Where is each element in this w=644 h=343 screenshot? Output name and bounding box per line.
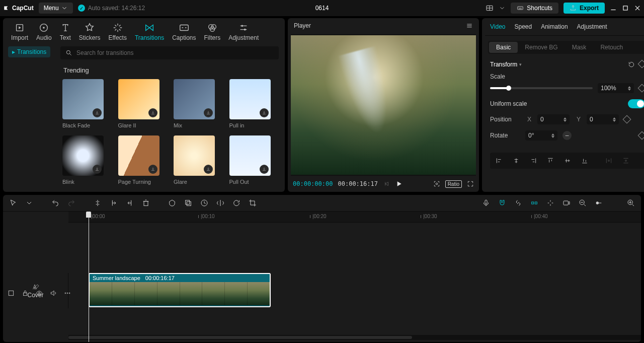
preview-icon[interactable] [545,198,555,208]
crop-focus-icon[interactable] [433,180,440,187]
align-top-icon[interactable] [543,155,557,167]
download-icon[interactable] [204,165,213,174]
record-icon[interactable] [561,198,572,208]
distribute-v-icon[interactable] [619,155,633,167]
align-vcenter-icon[interactable] [560,155,575,167]
align-right-icon[interactable] [526,155,540,167]
prev-frame-icon[interactable] [383,180,390,187]
pos-x-input[interactable]: 0 [537,114,570,124]
inspector-tab-video[interactable]: Video [490,23,505,30]
video-clip[interactable]: Summer landscape 00:00:16:17 [89,273,271,307]
zoom-out-icon[interactable] [578,198,588,208]
download-icon[interactable] [204,108,213,117]
tab-captions[interactable]: Captions [171,21,197,42]
player-menu-icon[interactable] [466,22,473,29]
uniform-scale-toggle[interactable] [628,99,644,108]
download-icon[interactable] [93,165,102,174]
pos-y-spinner[interactable] [613,117,616,122]
reset-icon[interactable] [628,61,635,68]
mute-icon[interactable] [48,288,58,298]
shortcuts-button[interactable]: Shortcuts [511,3,558,14]
align-bottom-icon[interactable] [578,155,592,167]
layout-icon[interactable] [486,4,494,12]
scale-slider[interactable] [490,87,593,89]
undo-icon[interactable] [50,198,60,208]
menu-button[interactable]: Menu [39,3,73,14]
pos-x-spinner[interactable] [564,117,567,122]
tab-filters[interactable]: Filters [203,21,222,42]
crop-icon[interactable] [248,198,258,208]
play-icon[interactable] [395,180,403,188]
window-close-button[interactable] [634,5,641,12]
inspector-tab-animation[interactable]: Animation [541,23,568,30]
mirror-icon[interactable] [215,198,225,208]
transition-card-blackfade[interactable]: Black Fade [62,79,104,128]
tab-adjustment[interactable]: Adjustment [227,21,260,42]
align-left-icon[interactable] [492,155,506,167]
fullscreen-icon[interactable] [467,180,474,187]
tab-transitions[interactable]: Transitions [134,21,165,42]
tab-audio[interactable]: Audio [35,21,53,42]
link-icon[interactable] [513,198,523,208]
pointer-tool-icon[interactable] [8,198,18,208]
tab-effects[interactable]: Effects [107,21,127,42]
eye-icon[interactable] [34,288,44,298]
keyframe-icon[interactable] [638,131,644,140]
player-viewport[interactable] [291,34,476,176]
transition-card-pageturn[interactable]: Page Turning [118,135,159,185]
tab-text[interactable]: Text [59,21,72,42]
transition-card-glare2[interactable]: Glare II [118,79,159,128]
transition-card-pullin[interactable]: Pull in [229,79,271,128]
pos-y-input[interactable]: 0 [587,114,619,124]
keyframe-icon[interactable] [638,60,644,68]
rotate-step-button[interactable]: – [562,131,572,140]
copy-icon[interactable] [183,198,193,208]
inspector-tab-adjustment[interactable]: Adjustment [577,23,607,30]
inspector-subtab-basic[interactable]: Basic [489,42,518,53]
transition-card-mix[interactable]: Mix [174,79,215,128]
delete-icon[interactable] [141,198,151,208]
scale-spinner[interactable] [628,86,631,91]
snap-icon[interactable] [529,198,539,208]
timeline-ruler[interactable]: |00:00|00:10|00:20|00:30|00:40 [68,212,641,223]
rotate-icon[interactable] [231,198,242,208]
download-icon[interactable] [148,165,157,174]
inspector-subtab-remove-bg[interactable]: Remove BG [518,42,565,53]
chevron-down-icon[interactable] [24,198,34,208]
sidebar-item-transitions[interactable]: ▸ Transitions [8,46,50,57]
zoom-fit-icon[interactable] [626,198,636,208]
tab-stickers[interactable]: Stickers [78,21,102,42]
lock-icon[interactable] [20,288,30,298]
download-icon[interactable] [260,165,269,174]
tab-import[interactable]: Import [10,21,29,42]
timeline-tracks[interactable]: Summer landscape 00:00:16:17 [68,223,641,335]
scale-value-input[interactable]: 100% [598,83,634,93]
align-hcenter-icon[interactable] [509,155,523,167]
rotate-spinner[interactable] [551,133,554,138]
timeline-scrollbar[interactable] [68,335,641,340]
marker-icon[interactable] [167,198,177,208]
magnet-on-icon[interactable] [497,198,507,208]
speed-icon[interactable] [199,198,209,208]
download-icon[interactable] [93,108,102,117]
keyframe-icon[interactable] [623,115,631,124]
window-maximize-button[interactable] [622,5,629,12]
window-minimize-button[interactable] [610,5,617,12]
mic-icon[interactable] [481,198,491,208]
ratio-button[interactable]: Ratio [445,180,462,188]
inspector-subtab-retouch[interactable]: Retouch [593,42,630,53]
keyframe-icon[interactable] [638,84,644,93]
distribute-h-icon[interactable] [602,155,616,167]
download-icon[interactable] [148,108,157,117]
chevron-down-icon[interactable] [499,5,506,12]
transition-card-blink[interactable]: Blink [62,135,104,185]
transition-card-glare[interactable]: Glare [174,135,215,185]
export-button[interactable]: Export [564,3,605,14]
zoom-slider-icon[interactable] [594,198,604,208]
expand-icon[interactable] [6,288,16,298]
download-icon[interactable] [260,108,269,117]
search-input[interactable]: Search for transitions [60,46,279,59]
inspector-subtab-mask[interactable]: Mask [565,42,594,53]
inspector-tab-speed[interactable]: Speed [514,23,532,30]
redo-icon[interactable] [66,198,76,208]
